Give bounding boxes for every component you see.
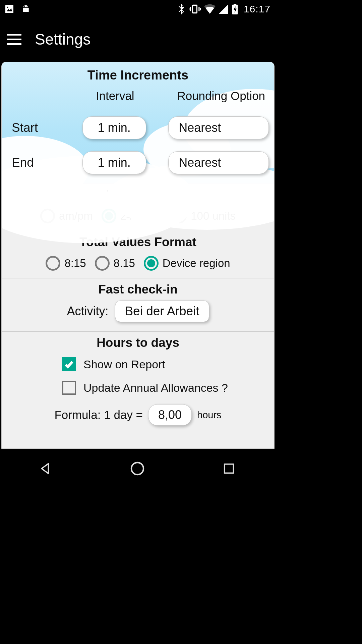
end-label: End	[12, 156, 62, 170]
nav-bar	[0, 449, 275, 488]
start-row: Start 1 min. Nearest	[2, 109, 274, 149]
activity-label: Activity:	[67, 304, 108, 318]
image-icon	[4, 4, 15, 14]
bluetooth-icon	[177, 4, 185, 14]
svg-point-4	[27, 6, 27, 7]
svg-marker-14	[42, 464, 48, 473]
end-row: End 1 min. Nearest	[2, 149, 274, 183]
interval-header: Interval	[62, 89, 168, 103]
svg-rect-0	[5, 5, 13, 13]
time-increments-title: Time Increments	[2, 62, 274, 87]
home-button[interactable]	[127, 459, 147, 479]
start-rounding-selector[interactable]: Nearest	[168, 116, 269, 139]
content: Time Increments Interval Rounding Option…	[1, 62, 275, 449]
activity-selector[interactable]: Bei der Arbeit	[115, 301, 209, 322]
end-interval-selector[interactable]: 1 min.	[82, 151, 146, 174]
android-icon	[21, 4, 31, 14]
hours-to-days-title: Hours to days	[2, 332, 274, 354]
show-on-report-checkbox[interactable]	[62, 357, 76, 371]
signal-icon	[219, 4, 228, 14]
fast-checkin-title: Fast check-in	[2, 278, 274, 301]
hours-to-days-section: Hours to days Show on Report Update Annu…	[2, 331, 274, 430]
formula-input[interactable]: 8,00	[148, 404, 192, 426]
show-on-report-label: Show on Report	[83, 358, 165, 371]
svg-point-2	[7, 7, 8, 8]
menu-icon[interactable]	[7, 34, 21, 45]
status-time: 16:17	[244, 3, 270, 15]
svg-point-15	[131, 463, 143, 475]
svg-rect-16	[224, 464, 233, 473]
formula-unit: hours	[197, 410, 222, 421]
svg-rect-5	[192, 5, 197, 13]
recent-button[interactable]	[219, 459, 239, 479]
radio-dot-label: 8.15	[114, 257, 135, 270]
page-title: Settings	[35, 30, 90, 48]
radio-colon[interactable]: 8:15	[44, 256, 88, 271]
svg-point-3	[24, 6, 25, 7]
end-rounding-selector[interactable]: Nearest	[168, 151, 269, 174]
vibrate-icon	[189, 4, 201, 14]
rounding-header: Rounding Option	[168, 89, 275, 103]
time-increments-section: Time Increments Interval Rounding Option…	[2, 62, 274, 183]
fast-checkin-section: Fast check-in Activity: Bei der Arbeit	[2, 278, 274, 331]
update-allowances-label: Update Annual Allowances ?	[83, 381, 228, 394]
svg-rect-12	[234, 4, 236, 5]
radio-device-region-label: Device region	[163, 257, 230, 270]
formula-label: Formula: 1 day =	[54, 408, 143, 422]
wifi-icon	[204, 4, 216, 14]
radio-device-region[interactable]: Device region	[142, 256, 232, 271]
start-label: Start	[12, 121, 62, 135]
radio-colon-label: 8:15	[64, 257, 86, 270]
radio-dot[interactable]: 8.15	[93, 256, 137, 271]
back-button[interactable]	[36, 459, 56, 479]
app-bar: Settings	[0, 18, 275, 60]
status-bar: 16:17	[0, 0, 275, 18]
svg-marker-10	[219, 4, 228, 14]
start-interval-selector[interactable]: 1 min.	[82, 116, 146, 139]
battery-charging-icon	[232, 4, 238, 14]
update-allowances-checkbox[interactable]	[62, 381, 76, 395]
